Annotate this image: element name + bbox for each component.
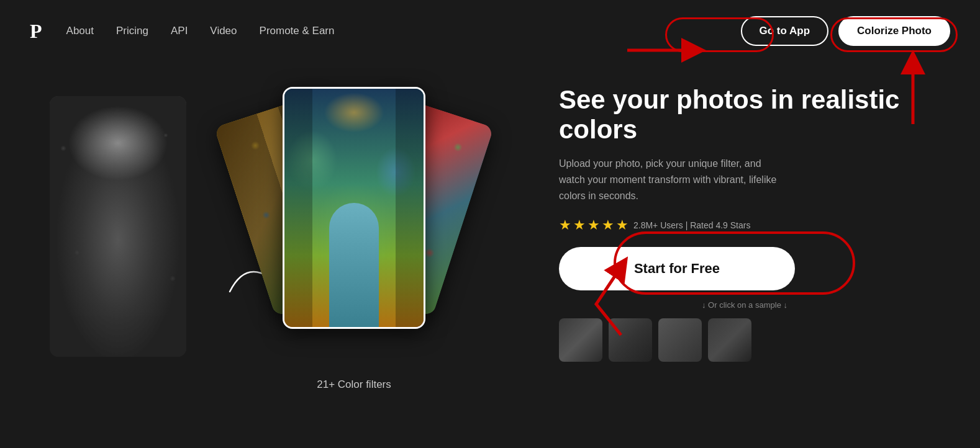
sample-thumbnails [559,318,930,362]
star-5: ★ [616,217,628,233]
nav-item-pricing[interactable]: Pricing [116,25,148,37]
start-free-button[interactable]: Start for Free [559,247,795,290]
person-silhouette [329,203,379,327]
navbar: P About Pricing API Video Promote & Earn… [0,0,980,62]
card-fan [236,81,472,354]
hero-right: See your photos in realistic colors Uplo… [522,73,930,362]
color-filters-label: 21+ Color filters [317,379,391,391]
hero-center: 21+ Color filters [186,68,522,366]
nav-item-promote[interactable]: Promote & Earn [260,25,335,37]
sample-thumb-2[interactable] [609,318,652,362]
stars-row: ★ ★ ★ ★ ★ 2.8M+ Users | Rated 4.9 Stars [559,217,930,233]
nav-link-api[interactable]: API [171,25,188,37]
goto-app-button[interactable]: Go to App [741,16,829,46]
sample-label: ↓ Or click on a sample ↓ [559,300,930,310]
nav-item-api[interactable]: API [171,25,188,37]
nav-links: About Pricing API Video Promote & Earn [66,25,335,37]
nav-link-promote[interactable]: Promote & Earn [260,25,335,37]
photo-card-center [283,87,425,329]
stars-display: ★ ★ ★ ★ ★ [559,217,628,233]
star-3: ★ [588,217,600,233]
sample-thumb-3[interactable] [658,318,702,362]
social-proof-text: 2.8M+ Users | Rated 4.9 Stars [633,220,750,230]
logo[interactable]: P [30,20,42,43]
nav-link-about[interactable]: About [66,25,94,37]
star-4: ★ [602,217,614,233]
sample-thumb-4[interactable] [708,318,751,362]
sample-thumb-1[interactable] [559,318,602,362]
hero-left-photo [50,96,186,357]
hero-subtext: Upload your photo, pick your unique filt… [559,156,789,204]
nav-link-video[interactable]: Video [210,25,237,37]
nav-item-video[interactable]: Video [210,25,237,37]
hero-headline: See your photos in realistic colors [559,85,930,145]
photo-wall-pattern [50,96,186,357]
nav-item-about[interactable]: About [66,25,94,37]
navbar-left: P About Pricing API Video Promote & Earn [30,20,335,43]
nav-link-pricing[interactable]: Pricing [116,25,148,37]
star-2: ★ [573,217,586,233]
hero-section: 21+ Color filters See your photos in rea… [0,68,980,366]
star-1: ★ [559,217,571,233]
colorize-photo-button[interactable]: Colorize Photo [838,16,950,46]
navbar-right: Go to App Colorize Photo [741,16,950,46]
card-center-inner [284,89,424,327]
